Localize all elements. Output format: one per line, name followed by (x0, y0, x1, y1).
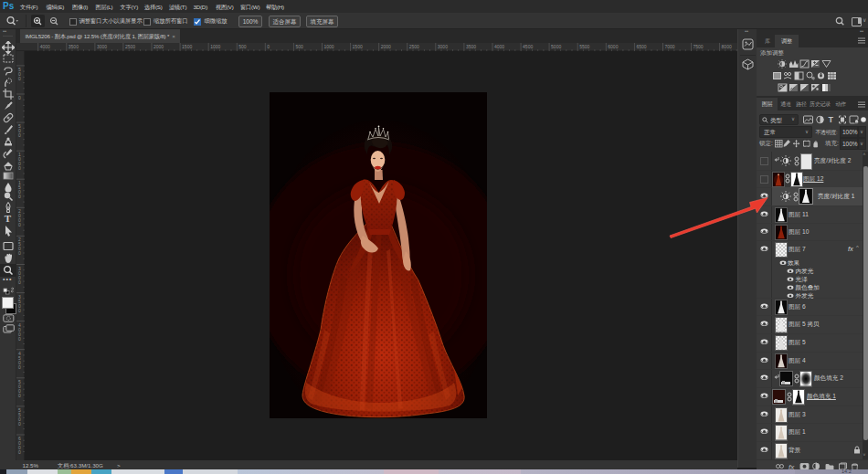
svg-text:6500: 6500 (636, 44, 646, 49)
svg-text:500: 500 (295, 44, 303, 49)
svg-text:0: 0 (18, 250, 21, 256)
svg-text:0: 0 (18, 194, 21, 199)
svg-text:2500: 2500 (409, 44, 419, 49)
svg-text:2500: 2500 (125, 44, 135, 49)
svg-text:8000: 8000 (722, 44, 732, 49)
svg-text:7500: 7500 (693, 44, 704, 49)
svg-text:0: 0 (18, 279, 21, 285)
svg-text:4500: 4500 (523, 44, 533, 49)
svg-text:0: 0 (18, 449, 21, 455)
svg-text:0: 0 (18, 95, 21, 100)
svg-text:3000: 3000 (97, 44, 107, 49)
svg-text:0: 0 (18, 364, 21, 370)
svg-text:7000: 7000 (665, 44, 675, 49)
svg-text:1000: 1000 (210, 44, 220, 49)
svg-text:0: 0 (18, 336, 21, 342)
svg-text:6000: 6000 (608, 44, 618, 49)
svg-text:3500: 3500 (69, 44, 79, 49)
svg-text:0: 0 (18, 132, 21, 138)
svg-text:0: 0 (267, 44, 270, 49)
svg-text:1500: 1500 (182, 44, 192, 49)
svg-text:0: 0 (18, 222, 21, 227)
svg-text:500: 500 (238, 44, 247, 49)
svg-text:3000: 3000 (438, 44, 448, 49)
svg-text:T: T (829, 115, 834, 124)
svg-text:5500: 5500 (579, 44, 589, 49)
svg-text:0: 0 (18, 165, 21, 171)
svg-text:1000: 1000 (324, 44, 334, 49)
svg-text:3500: 3500 (466, 44, 476, 49)
svg-text:0: 0 (18, 421, 21, 427)
svg-text:0: 0 (18, 308, 21, 313)
svg-text:2000: 2000 (381, 44, 391, 49)
svg-text:5000: 5000 (551, 44, 561, 49)
svg-text:2000: 2000 (153, 44, 164, 49)
svg-text:0: 0 (18, 393, 21, 398)
svg-text:0: 0 (18, 76, 21, 81)
svg-text:4000: 4000 (494, 44, 504, 49)
svg-text:1500: 1500 (353, 44, 363, 49)
svg-text:4000: 4000 (40, 44, 50, 49)
